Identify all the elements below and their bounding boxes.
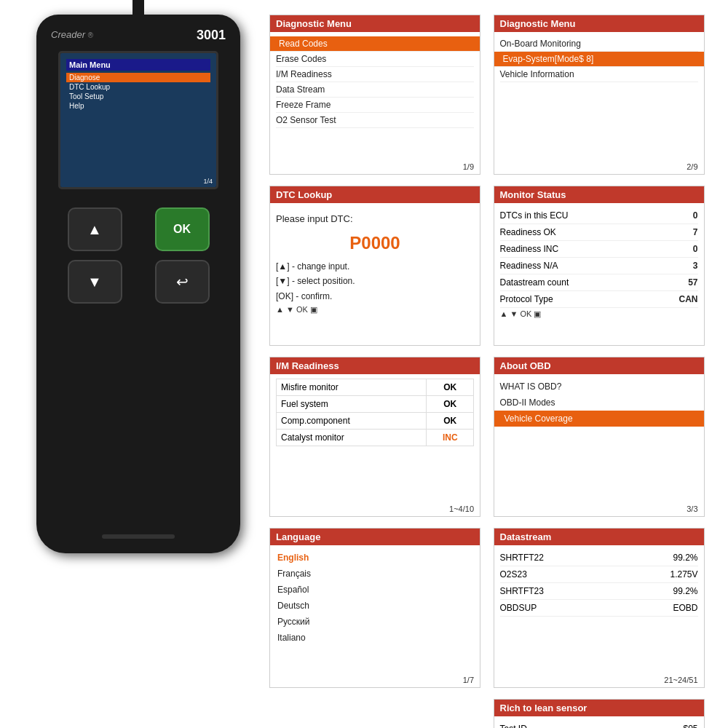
lang-italian[interactable]: Italiano	[276, 630, 474, 646]
panel-about-header: About OBD	[494, 357, 704, 374]
monitor-datastream-row: Datastream count 57	[500, 274, 698, 291]
menu-item-read-codes[interactable]: Read Codes	[270, 36, 480, 52]
panel-diagnostic-2-page: 2/9	[687, 162, 697, 171]
lang-german[interactable]: Deutsch	[276, 598, 474, 614]
panel-datastream: Datastream SHRTFT22 99.2% O2S23 1.275V S…	[494, 528, 705, 688]
ds-obdsup-val: EOBD	[673, 603, 697, 613]
ds-shrtft22-val: 99.2%	[673, 553, 697, 563]
brand-text: Creader	[51, 29, 85, 40]
monitor-readiness-inc-val: 0	[693, 244, 698, 254]
panel-language: Language English Français Español Deutsc…	[269, 528, 480, 688]
about-coverage[interactable]: Vehicle Coverage	[494, 411, 704, 427]
panel-dtc-lookup: DTC Lookup Please input DTC: P0000 [▲] -…	[269, 186, 480, 346]
monitor-readiness-ok-row: Readiness OK 7	[500, 224, 698, 241]
im-fuel-label: Fuel system	[277, 396, 427, 413]
panel-datastream-header: Datastream	[494, 529, 704, 545]
panel-rich-to-lean: Rich to lean sensor Test ID $05 Value 0.…	[494, 699, 705, 728]
bottom-bar	[102, 534, 175, 539]
dtc-instruction-2: [▼] - select position.	[276, 274, 474, 288]
ds-row-o2s23: O2S23 1.275V	[500, 566, 698, 583]
menu-item-im-readiness[interactable]: I/M Readiness	[276, 67, 474, 82]
panel-diagnostic-menu-2: Diagnostic Menu On-Board Monitoring Evap…	[494, 15, 705, 175]
monitor-readiness-na-val: 3	[693, 261, 698, 271]
screen-item-help: Help	[66, 101, 210, 111]
rls-testid-val: $05	[683, 724, 697, 728]
monitor-dtcs-label: DTCs in this ECU	[500, 210, 569, 221]
panel-diagnostic-menu-2-header: Diagnostic Menu	[494, 15, 704, 32]
monitor-protocol-row: Protocol Type CAN	[500, 291, 698, 308]
im-comp-label: Comp.component	[277, 413, 427, 430]
panel-about-obd: About OBD WHAT IS OBD? OBD-II Modes Vehi…	[494, 357, 705, 517]
ds-obdsup-label: OBDSUP	[500, 603, 537, 613]
panel-datastream-page: 21~24/51	[664, 676, 697, 684]
back-button[interactable]: ↩	[155, 260, 210, 304]
dtc-prompt: Please input DTC:	[276, 207, 474, 227]
panel-diagnostic-menu-1: Diagnostic Menu Read Codes Erase Codes I…	[269, 15, 480, 175]
dtc-instructions: [▲] - change input. [▼] - select positio…	[276, 259, 474, 304]
im-comp-val: OK	[427, 413, 474, 430]
device-model-label: 3001	[197, 28, 226, 43]
down-button[interactable]: ▼	[68, 260, 122, 304]
monitor-datastream-label: Datastream count	[500, 277, 569, 288]
panel-monitor-status: Monitor Status DTCs in this ECU 0 Readin…	[494, 186, 705, 346]
menu-item-vehicle-info[interactable]: Vehicle Information	[500, 67, 698, 82]
ok-button[interactable]: OK	[155, 207, 210, 251]
screen-item-diagnose: Diagnose	[66, 73, 210, 82]
lang-spanish[interactable]: Español	[276, 582, 474, 598]
rls-testid-label: Test ID	[500, 724, 527, 728]
im-catalyst-val: INC	[427, 430, 474, 446]
lang-french[interactable]: Français	[276, 566, 474, 582]
dtc-nav: ▲ ▼ OK ▣	[276, 304, 474, 316]
panel-dtc-header: DTC Lookup	[270, 186, 480, 203]
monitor-readiness-inc-row: Readiness INC 0	[500, 241, 698, 258]
screen-menu-title: Main Menu	[66, 59, 210, 71]
about-what-is[interactable]: WHAT IS OBD?	[500, 379, 698, 395]
im-fuel-val: OK	[427, 396, 474, 413]
device-brand-label: Creader ®	[51, 29, 93, 40]
screen-item-setup: Tool Setup	[66, 92, 210, 101]
monitor-dtcs-val: 0	[693, 210, 698, 221]
ds-row-shrtft23: SHRTFT23 99.2%	[500, 583, 698, 600]
monitor-readiness-ok-val: 7	[693, 227, 698, 237]
up-button[interactable]: ▲	[68, 207, 122, 251]
monitor-readiness-na-label: Readiness N/A	[500, 261, 558, 271]
im-row-misfire: Misfire monitor OK	[277, 379, 474, 396]
panel-im-readiness: I/M Readiness Misfire monitor OK Fuel sy…	[269, 357, 480, 517]
rls-testid-row: Test ID $05	[500, 721, 698, 728]
dtc-instruction-3: [OK] - confirm.	[276, 289, 474, 304]
menu-item-erase-codes[interactable]: Erase Codes	[276, 52, 474, 67]
panel-im-page: 1~4/10	[449, 505, 474, 513]
lang-english[interactable]: English	[276, 550, 474, 566]
ds-shrtft23-label: SHRTFT23	[500, 586, 544, 596]
im-row-fuel: Fuel system OK	[277, 396, 474, 413]
menu-item-on-board[interactable]: On-Board Monitoring	[500, 36, 698, 52]
im-catalyst-label: Catalyst monitor	[277, 430, 427, 446]
device-cable	[132, 0, 144, 25]
ds-o2s23-val: 1.275V	[670, 569, 697, 579]
device-buttons: ▲ OK ▼ ↩	[51, 207, 226, 312]
monitor-dtcs-row: DTCs in this ECU 0	[500, 207, 698, 224]
im-row-catalyst: Catalyst monitor INC	[277, 430, 474, 446]
panel-rich-to-lean-header: Rich to lean sensor	[494, 700, 704, 716]
panel-about-page: 3/3	[687, 505, 697, 513]
dtc-code: P0000	[276, 227, 474, 259]
panel-monitor-header: Monitor Status	[494, 186, 704, 203]
panel-diagnostic-1-page: 1/9	[463, 162, 474, 171]
device: Creader ® 3001 Main Menu Diagnose DTC Lo…	[22, 15, 255, 568]
ds-o2s23-label: O2S23	[500, 569, 527, 579]
ds-shrtft22-label: SHRTFT22	[500, 553, 544, 563]
ds-row-shrtft22: SHRTFT22 99.2%	[500, 550, 698, 566]
menu-item-data-stream[interactable]: Data Stream	[276, 82, 474, 98]
about-modes[interactable]: OBD-II Modes	[500, 395, 698, 411]
menu-item-freeze-frame[interactable]: Freeze Frame	[276, 98, 474, 113]
monitor-nav: ▲ ▼ OK ▣	[500, 308, 698, 320]
monitor-datastream-val: 57	[688, 277, 697, 288]
dtc-instruction-1: [▲] - change input.	[276, 259, 474, 274]
lang-russian[interactable]: Русский	[276, 614, 474, 630]
im-misfire-val: OK	[427, 379, 474, 396]
screen-page: 1/4	[203, 178, 213, 185]
menu-item-o2-sensor[interactable]: O2 Sensor Test	[276, 113, 474, 128]
panel-language-page: 1/7	[463, 676, 474, 684]
screen-item-dtc: DTC Lookup	[66, 82, 210, 92]
menu-item-evap[interactable]: Evap-System[Mode$ 8]	[494, 52, 704, 67]
